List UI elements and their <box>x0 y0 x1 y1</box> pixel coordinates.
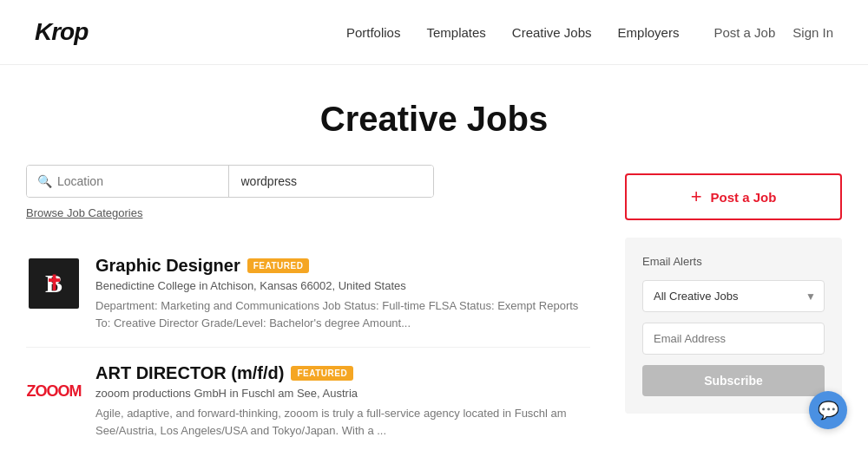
email-alerts-box: Email Alerts All Creative Jobs Design Ma… <box>625 238 842 414</box>
job-title-2[interactable]: ART DIRECTOR (m/f/d) <box>95 363 284 383</box>
subscribe-button[interactable]: Subscribe <box>642 365 825 396</box>
zooom-logo-text: ZOOOM <box>27 382 82 401</box>
job-item: B ✝ Graphic Designer FEATURED Benedictin… <box>26 240 590 348</box>
chat-bubble-button[interactable]: 💬 <box>809 391 847 429</box>
post-job-button[interactable]: + Post a Job <box>625 173 842 220</box>
jobs-section: 🔍 Browse Job Categories B ✝ Graphic Desi… <box>26 165 590 450</box>
post-job-label: Post a Job <box>711 190 777 205</box>
search-icon: 🔍 <box>37 174 52 188</box>
job-title-row-1: Graphic Designer FEATURED <box>95 256 590 276</box>
job-category-select-wrap: All Creative Jobs Design Marketing Devel… <box>642 280 825 312</box>
nav-creative-jobs[interactable]: Creative Jobs <box>512 25 592 40</box>
nav-actions: Post a Job Sign In <box>713 25 833 40</box>
page-title: Creative Jobs <box>17 100 851 139</box>
nav-portfolios[interactable]: Portfolios <box>346 25 401 40</box>
navbar: Krop Portfolios Templates Creative Jobs … <box>0 0 868 65</box>
job-company-1: Benedictine College in Atchison, Kansas … <box>95 279 590 292</box>
job-desc-1: Department: Marketing and Communications… <box>95 297 590 331</box>
nav-sign-in[interactable]: Sign In <box>792 25 833 40</box>
main-content: 🔍 Browse Job Categories B ✝ Graphic Desi… <box>9 165 859 450</box>
location-field-wrap: 🔍 <box>27 166 229 197</box>
bene-cross-icon: ✝ <box>45 271 62 296</box>
job-item-2: ZOOOM ART DIRECTOR (m/f/d) FEATURED zooo… <box>26 348 590 450</box>
email-input[interactable] <box>642 323 825 355</box>
hero-section: Creative Jobs <box>0 65 868 165</box>
job-desc-2: Agile, adaptive, and forward-thinking, z… <box>95 405 590 439</box>
search-bar: 🔍 <box>26 165 434 198</box>
job-title-1[interactable]: Graphic Designer <box>95 256 240 276</box>
nav-employers[interactable]: Employers <box>618 25 680 40</box>
email-alerts-title: Email Alerts <box>642 255 825 268</box>
job-content-1: Graphic Designer FEATURED Benedictine Co… <box>95 256 590 331</box>
nav-post-job[interactable]: Post a Job <box>713 25 775 40</box>
featured-badge-2: FEATURED <box>291 366 353 381</box>
featured-badge-1: FEATURED <box>247 258 310 273</box>
job-category-select[interactable]: All Creative Jobs Design Marketing Devel… <box>642 280 825 312</box>
browse-categories-link[interactable]: Browse Job Categories <box>26 206 590 219</box>
plus-icon: + <box>691 187 702 206</box>
nav-links: Portfolios Templates Creative Jobs Emplo… <box>346 25 679 40</box>
keyword-input[interactable] <box>229 166 434 197</box>
job-logo-benedictine: B ✝ <box>26 256 82 311</box>
job-title-row-2: ART DIRECTOR (m/f/d) FEATURED <box>95 363 590 383</box>
location-input[interactable] <box>57 174 218 188</box>
job-company-2: zooom productions GmbH in Fuschl am See,… <box>95 387 590 400</box>
job-content-2: ART DIRECTOR (m/f/d) FEATURED zooom prod… <box>95 363 590 439</box>
nav-templates[interactable]: Templates <box>426 25 485 40</box>
chat-icon: 💬 <box>818 400 839 421</box>
logo[interactable]: Krop <box>35 18 88 46</box>
job-logo-zooom: ZOOOM <box>26 363 82 419</box>
